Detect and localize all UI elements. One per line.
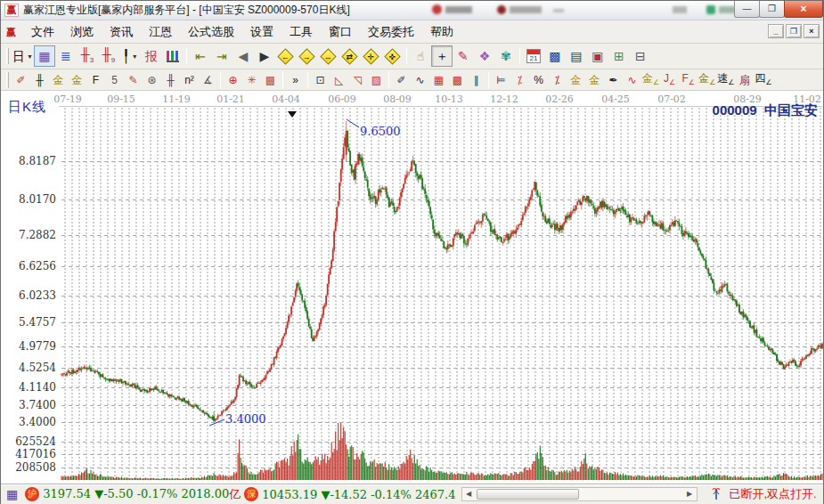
n-square-grid-button[interactable]: n²: [180, 71, 199, 89]
gann-center-button[interactable]: ✜: [382, 45, 404, 67]
scrollbar-thumb[interactable]: [477, 489, 579, 500]
five-grid-button[interactable]: 5: [105, 71, 124, 89]
gann-fan-button[interactable]: ◺: [330, 71, 348, 89]
menu-item-0[interactable]: 文件: [23, 21, 62, 43]
step-forward-button[interactable]: ▶: [254, 45, 275, 67]
gann-circle-icon: ⊛: [147, 75, 156, 85]
gold-circle-button[interactable]: 金: [567, 71, 585, 89]
dense-grid-button[interactable]: ▩: [261, 71, 280, 89]
clear-drawing-button[interactable]: ✐: [12, 71, 30, 89]
parallel-lines-button[interactable]: ∥: [467, 71, 485, 89]
toolbar-grip[interactable]: [6, 48, 9, 64]
kline-period-dropdown[interactable]: 日▼: [12, 45, 34, 67]
more-tools-chevron[interactable]: »: [286, 71, 305, 89]
minute-chart-9-button[interactable]: ╫9: [98, 45, 119, 67]
quote-table-icon[interactable]: ▦: [6, 487, 18, 501]
toolbar-grip[interactable]: [6, 72, 9, 88]
save-screen-button[interactable]: ▣: [587, 45, 608, 67]
zigzag-button[interactable]: ∿: [411, 71, 429, 89]
corner-box-button[interactable]: ⊡: [311, 71, 330, 89]
menu-item-3[interactable]: 江恩: [141, 21, 180, 43]
red-grid-button[interactable]: ▦: [429, 71, 448, 89]
calculator-button[interactable]: ▩: [544, 45, 566, 67]
pencil-angle-button[interactable]: ✐: [392, 71, 411, 89]
shanghai-index-icon[interactable]: 沪: [25, 487, 39, 501]
f-angle-button[interactable]: F∠: [679, 71, 698, 89]
gann-shift-right-button[interactable]: →: [297, 45, 318, 67]
maximize-button[interactable]: ❐: [759, 1, 785, 18]
gold-grid-b-button[interactable]: 金: [68, 71, 86, 89]
draw-line-button[interactable]: ✎: [453, 45, 474, 67]
scale-ruler-button[interactable]: ⊨: [492, 71, 510, 89]
minimize-button[interactable]: —: [734, 1, 760, 18]
scroll-right-arrow[interactable]: ▶: [683, 488, 697, 500]
wave-analysis-button[interactable]: ✾: [495, 45, 517, 67]
chart-screen-button[interactable]: ▦: [34, 45, 55, 67]
multi-window-button[interactable]: ⊞: [608, 45, 630, 67]
step-back-button[interactable]: ◀: [233, 45, 254, 67]
speed-angle-button[interactable]: 速∠: [716, 71, 735, 89]
notes-list-button[interactable]: ▤: [566, 45, 587, 67]
menu-item-7[interactable]: 窗口: [321, 21, 360, 43]
percent-line-button[interactable]: ⁒: [548, 71, 567, 89]
plain-grid-button[interactable]: ╫: [161, 71, 180, 89]
workstation-button[interactable]: ⊟: [630, 45, 651, 67]
gann-compress-button[interactable]: ⇄: [339, 45, 361, 67]
minute-chart-3-button[interactable]: ╫3: [77, 45, 98, 67]
mdi-minimize-button[interactable]: _: [768, 24, 784, 38]
candle-pen-button[interactable]: ✒: [604, 71, 623, 89]
gann-shift-left-button[interactable]: ←: [275, 45, 297, 67]
menu-item-4[interactable]: 公式选股: [180, 21, 242, 43]
red-grid-2-button[interactable]: ▩: [448, 71, 467, 89]
wave-line-button[interactable]: ∿: [623, 71, 641, 89]
connection-status-text[interactable]: 已断开,双点打开.: [730, 486, 817, 502]
gann-expand-button[interactable]: ↔: [318, 45, 339, 67]
crosshair-button[interactable]: ＋: [431, 45, 453, 67]
f-grid-button[interactable]: F: [86, 71, 105, 89]
four-angle-button[interactable]: 四∠: [755, 71, 773, 89]
target-circle-button[interactable]: ⊕: [224, 71, 242, 89]
mdi-restore-button[interactable]: ❐: [786, 24, 802, 38]
close-button[interactable]: ×: [784, 1, 823, 18]
gold-line-button[interactable]: 金: [585, 71, 604, 89]
title-bar[interactable]: 赢 赢家江恩专业版[赢家内部服务平台] - [中国宝安 SZ000009-570…: [1, 1, 823, 20]
menu-item-1[interactable]: 浏览: [62, 21, 102, 43]
gann-grid-fan-button[interactable]: ▨: [367, 71, 386, 89]
hand-drag-button[interactable]: ☝: [410, 45, 431, 67]
go-first-button[interactable]: ⇤: [190, 45, 211, 67]
f10-info-button[interactable]: ≣: [55, 45, 77, 67]
chart-area[interactable]: 07-1909-1511-1901-2104-0406-0908-0910-13…: [1, 91, 823, 484]
angle-ruler-button[interactable]: ∡: [199, 71, 217, 89]
gann-circle-button[interactable]: ⊛: [143, 71, 161, 89]
percent-wave-button[interactable]: ⁒: [510, 71, 529, 89]
volume-color-chart-button[interactable]: [162, 45, 184, 67]
menu-item-8[interactable]: 交易委托: [360, 21, 422, 43]
gann-box-fan-button[interactable]: ◹: [348, 71, 367, 89]
grid-lines-button[interactable]: ╫: [30, 71, 49, 89]
fan-tool-button[interactable]: 扇: [736, 71, 755, 89]
plot-grid[interactable]: [61, 107, 822, 482]
gold-angle-2-button[interactable]: 金∠: [698, 71, 716, 89]
quote-report-button[interactable]: 报: [141, 45, 162, 67]
horizontal-scrollbar[interactable]: ◀ ▶: [461, 487, 698, 501]
mdi-close-button[interactable]: ×: [804, 24, 820, 38]
menu-item-9[interactable]: 帮助: [422, 21, 461, 43]
starburst-button[interactable]: ✳: [242, 71, 261, 89]
gann-move-button[interactable]: ✛: [361, 45, 382, 67]
calendar-button[interactable]: 21: [523, 45, 544, 67]
scroll-left-arrow[interactable]: ◀: [462, 488, 476, 500]
go-last-button[interactable]: ⇥: [211, 45, 233, 67]
shenzhen-index-icon[interactable]: 深: [244, 487, 258, 501]
candle-style-dropdown[interactable]: ╿▼: [119, 45, 141, 67]
menu-item-6[interactable]: 工具: [281, 21, 321, 43]
gold-angle-button[interactable]: 金∠: [641, 71, 660, 89]
antenna-connection-icon[interactable]: [710, 486, 722, 502]
menu-item-2[interactable]: 资讯: [102, 21, 141, 43]
gold-grid-a-button[interactable]: 金: [49, 71, 68, 89]
candle-style-icon: ╿: [122, 50, 129, 62]
pen-grid-button[interactable]: ✎: [124, 71, 143, 89]
j-angle-button[interactable]: J∠: [660, 71, 679, 89]
menu-item-5[interactable]: 设置: [242, 21, 281, 43]
percent-button[interactable]: %: [529, 71, 548, 89]
gann-shape-button[interactable]: ❖: [474, 45, 495, 67]
